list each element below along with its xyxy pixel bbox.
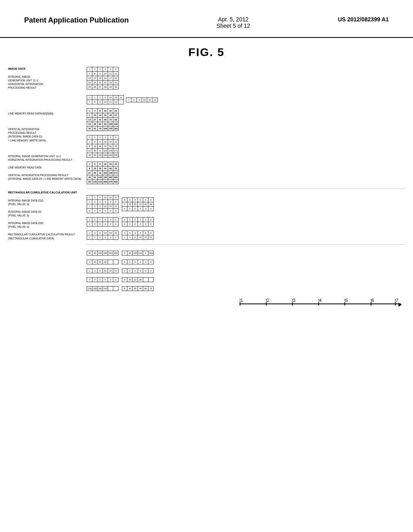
- label-int-d2: INTEGRAL IMAGE DATA D2 (PIXEL VALUE: b): [8, 210, 85, 217]
- unit2-t3: 000000 02145728199 000000: [122, 197, 154, 211]
- horiz-int-t2: 789101112: [126, 98, 158, 102]
- horiz-int-t2-grid: 789101112: [126, 98, 158, 102]
- table-row: 136101521: [87, 195, 119, 200]
- unit2-vi-t3: 000000 136101521: [122, 231, 154, 240]
- table-row: 0651352100219: [122, 251, 154, 256]
- rect-d2-b-t5: 0408432: [87, 260, 119, 264]
- integral-image-label: INTEGRAL IMAGE: [8, 75, 85, 79]
- rect-d2d-t6-grid: 0181330: [122, 277, 154, 282]
- table-row: 81830446078: [87, 166, 119, 171]
- figure-title: FIG. 5: [0, 46, 413, 59]
- table-row: 000000: [122, 222, 154, 227]
- line-mem-read-label: LINE MEMORY READ DATA(0|0|0|0|0): [8, 112, 85, 115]
- table-row: 000000: [87, 235, 119, 240]
- horiz-int-t1: 1136101921 789101112: [87, 95, 124, 104]
- int-data-d1-label: (INTEGRAL IMAGE DATA D1: [8, 135, 85, 138]
- rect-cumul-data-label: (RECTANGULAR CUMULATIVE DATA): [8, 237, 85, 240]
- rect-result-row: 126109160153 81830446078: [87, 286, 405, 291]
- table-row: 000000: [122, 260, 154, 264]
- table-row: 000000: [122, 218, 154, 222]
- table-row: 000000: [122, 197, 154, 202]
- header-center: Apr. 5, 2012 Sheet 5 of 12: [217, 16, 250, 29]
- line-mem-read2-label: LINE MEMORY READ DATA: [8, 166, 85, 169]
- horiz-int-row: 1136101921 789101112 789101112: [87, 95, 405, 104]
- table-row: 000000: [87, 200, 119, 204]
- table-row: 1136101921: [87, 96, 124, 100]
- image-data-row: 123456 789101112 131415161718 1920212223…: [87, 67, 405, 89]
- rect-d1-a-t6-grid: 0651352100219: [122, 251, 154, 256]
- table-row: 4084132184240300: [87, 175, 119, 180]
- rect-d2-b-t6-grid: 000000: [122, 260, 154, 264]
- int-data-d2-label: (INTEGRAL IMAGE DATA D2 = LINE MEMORY WR…: [8, 177, 85, 181]
- table-row: 000000: [87, 218, 119, 222]
- tick-t4: [318, 302, 319, 305]
- table-row: 136101521: [87, 162, 119, 166]
- diagram-inner: IMAGE DATA INTEGRAL IMAGE GENERATION UNI…: [8, 67, 405, 308]
- publication-title: Patent Application Publication: [24, 16, 129, 25]
- table-row: 255178106135165: [87, 127, 119, 131]
- rect-result-t5: 126109160153: [87, 286, 119, 291]
- table-row: 81830446078: [87, 144, 119, 149]
- left-labels: IMAGE DATA INTEGRAL IMAGE GENERATION UNI…: [8, 67, 85, 244]
- table-row: 000000: [122, 269, 154, 273]
- section-divider-2: [87, 244, 405, 245]
- vert-int-label: VERTICAL INTEGRATION: [8, 127, 85, 131]
- rect-d1-a-t5: 4084132184240300: [87, 251, 119, 256]
- table-row: 71524344557: [87, 113, 119, 118]
- table-row: 126109160153: [87, 287, 119, 291]
- proc-result2-label: PROCESSING RESULT: [8, 131, 85, 135]
- time-arrow: t1 t2 t3 t4 t5 t6 t7: [240, 299, 401, 308]
- vert-int-proc-label: VERTICAL INTEGRATION PROCESSING RESULT: [8, 173, 85, 177]
- table-row: 0181330: [122, 278, 154, 282]
- table-row: 4084132184240300: [87, 251, 119, 256]
- patent-number: US 2012/082399 A1: [338, 16, 389, 23]
- pixel-val-a-label: (PIXEL VALUE: a): [8, 202, 85, 206]
- unit2-vert-row: 136101521 000000 000000 136101521: [87, 231, 405, 240]
- vert-int-row: 136101521 81830446078 214572102135171 40…: [87, 162, 405, 184]
- table-row: 252627282930: [87, 85, 119, 89]
- rect-d2-b-t5-grid: 0408432: [87, 260, 119, 264]
- image-data-grid-container: 123456 789101112 131415161718 1920212223…: [87, 67, 119, 89]
- line-mem-write-label: = LINE MEMORY WRITE DATA): [8, 139, 85, 142]
- table-row: 0408432: [87, 260, 119, 264]
- diagram: IMAGE DATA INTEGRAL IMAGE GENERATION UNI…: [0, 63, 413, 316]
- int-gen-unit2-label: INTEGRAL IMAGE GENERATION UNIT 11-2: [8, 154, 85, 158]
- right-grids: 123456 789101112 131415161718 1920212223…: [87, 67, 405, 308]
- table-row: 000000: [87, 135, 119, 140]
- table-row: 136101521: [122, 235, 154, 240]
- table-row: 214572102135171: [87, 171, 119, 175]
- table-row: 136101521: [87, 269, 119, 273]
- table-row: 136101521: [87, 204, 119, 209]
- gen-unit-label: GENERATION UNIT 11-1: [8, 79, 85, 82]
- unit2-lm-t3-grid: 000000 000000: [122, 217, 154, 227]
- tick-t3: [292, 302, 293, 305]
- label-line-mem2: LINE MEMORY READ DATA: [8, 166, 85, 169]
- proc-result-label: PROCESSING RESULT: [8, 86, 85, 89]
- rect-result-t5-grid: 126109160153: [87, 286, 119, 291]
- label-gen-unit: INTEGRAL IMAGE GENERATION UNIT 11-1 HORI…: [8, 75, 85, 89]
- rect-d2-c-t6: 000000: [122, 268, 154, 273]
- rect-d2d-t6: 0181330: [122, 277, 154, 282]
- vert-int-grid: 136101521 81830446078 214572102135171 40…: [87, 162, 119, 184]
- line-mem-grid: 000000 136101521 81830446078 21457210213…: [87, 135, 119, 158]
- label-image-data: IMAGE DATA: [8, 67, 85, 71]
- rect-result-t6: 81830446078: [122, 286, 154, 291]
- label-vert-int: VERTICAL INTEGRATION PROCESSING RESULT (…: [8, 127, 85, 142]
- horiz-int-proc-label: HORIZONTAL INTEGRATION PROCESSING RESULT: [8, 158, 85, 162]
- page: Patent Application Publication Apr. 5, 2…: [0, 0, 413, 532]
- line-mem-row: 000000 136101521 81830446078 21457210213…: [87, 135, 405, 158]
- unit2-vi-t2: 136101521 000000: [87, 231, 119, 240]
- table-row: 02145728199: [122, 202, 154, 206]
- label-vert-int2: VERTICAL INTEGRATION PROCESSING RESULT (…: [8, 173, 85, 181]
- table-row: 131415161718: [87, 76, 119, 81]
- rect-cumul-result-label: RECTANGULAR CUMULATIVE CALCULATION RESUL…: [8, 233, 85, 236]
- header-date: Apr. 5, 2012: [217, 16, 250, 23]
- unit2-lm-t3: 000000 000000: [122, 217, 154, 227]
- rect-d1-a-t6: 0651352100219: [122, 251, 154, 256]
- horiz-int-label: HORIZONTAL INTEGRATION: [8, 82, 85, 86]
- rect-d2-c-t5: 136101521: [87, 268, 119, 273]
- time-arrow-head: [398, 303, 402, 307]
- time-axis-container: t1 t2 t3 t4 t5 t6 t7: [87, 299, 405, 308]
- rect-d2-c-t5-grid: 136101521: [87, 268, 119, 273]
- tick-t1: [240, 302, 240, 305]
